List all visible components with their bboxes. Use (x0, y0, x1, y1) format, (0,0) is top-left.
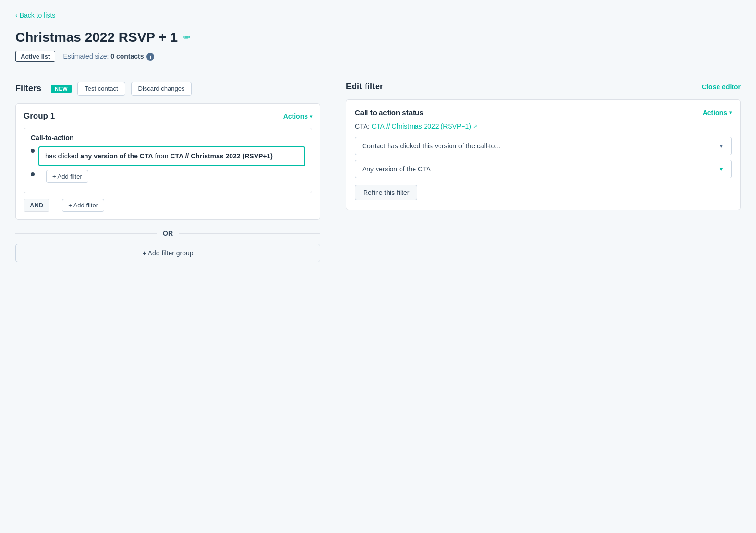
external-link-icon: ↗ (473, 123, 477, 130)
chevron-down-icon: ▾ (310, 114, 312, 119)
chevron-left-icon: ‹ (15, 12, 18, 19)
filters-panel: Filters NEW Test contact Discard changes… (15, 82, 332, 466)
group-1-box: Group 1 Actions ▾ Call-to-action has cli… (15, 103, 320, 220)
and-badge: AND (24, 199, 49, 212)
filter-card-title: Call-to-action (31, 134, 305, 142)
filter-bullet-2 (31, 172, 35, 176)
or-label: OR (163, 230, 173, 237)
or-line-right (179, 233, 320, 234)
contact-action-dropdown[interactable]: Contact has clicked this version of the … (355, 137, 732, 155)
info-icon[interactable]: i (146, 53, 154, 61)
filter-card: Call-to-action has clicked any version o… (24, 128, 312, 193)
filter-bullet (31, 149, 35, 153)
dropdown1-arrow-icon: ▼ (719, 143, 724, 149)
dropdown2-arrow-icon: ▼ (719, 166, 724, 172)
edit-filter-panel: Edit filter Close editor Call to action … (332, 82, 741, 466)
edit-filter-card: Call to action status Actions ▾ CTA: CTA… (346, 99, 741, 210)
filters-title: Filters (15, 84, 41, 94)
new-badge: NEW (51, 85, 72, 93)
edit-filter-actions-dropdown[interactable]: Actions ▾ (703, 109, 732, 117)
active-list-badge: Active list (15, 51, 55, 62)
add-filter-button-and[interactable]: + Add filter (62, 199, 104, 212)
close-editor-button[interactable]: Close editor (702, 83, 741, 91)
contact-action-dropdown-value: Contact has clicked this version of the … (362, 142, 500, 150)
add-filter-button-inner[interactable]: + Add filter (46, 170, 88, 183)
or-line-left (15, 233, 157, 234)
add-filter-group-button[interactable]: + Add filter group (15, 244, 320, 262)
group-1-title: Group 1 (24, 111, 55, 121)
estimated-size-label: Estimated size: 0 contacts i (63, 52, 154, 61)
edit-filter-title: Edit filter (346, 82, 383, 92)
filter-text-box[interactable]: has clicked any version of the CTA from … (38, 146, 305, 166)
cta-version-dropdown[interactable]: Any version of the CTA ▼ (355, 160, 732, 178)
page-title: Christmas 2022 RSVP + 1 (15, 30, 178, 45)
or-divider: OR (15, 230, 320, 237)
test-contact-button[interactable]: Test contact (77, 82, 125, 96)
cta-prefix-label: CTA: (355, 122, 370, 130)
back-to-lists-link[interactable]: ‹ Back to lists (15, 12, 55, 19)
discard-changes-button[interactable]: Discard changes (131, 82, 192, 96)
cta-link[interactable]: CTA // Christmas 2022 (RSVP+1) ↗ (372, 122, 477, 130)
back-link-label: Back to lists (20, 12, 56, 19)
edit-filter-card-title: Call to action status (355, 109, 424, 117)
cta-version-dropdown-value: Any version of the CTA (362, 165, 431, 173)
group-actions-dropdown[interactable]: Actions ▾ (283, 112, 312, 120)
edit-filter-chevron-icon: ▾ (729, 110, 732, 115)
refine-filter-button[interactable]: Refine this filter (355, 185, 417, 200)
edit-title-icon[interactable]: ✏ (183, 32, 191, 43)
cta-row: CTA: CTA // Christmas 2022 (RSVP+1) ↗ (355, 122, 732, 130)
